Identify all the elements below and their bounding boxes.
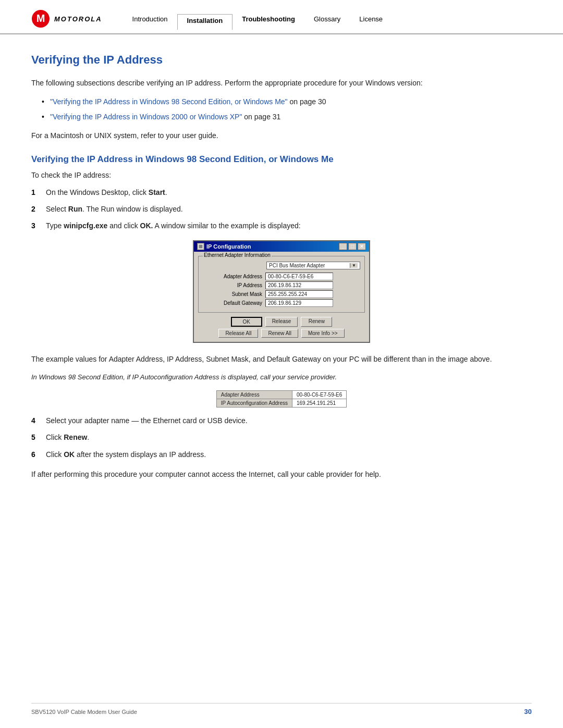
ip-config-window: IP Configuration _ □ ✕ Ethernet Adapter … xyxy=(193,240,370,343)
motorola-logo: M MOTOROLA xyxy=(31,9,102,28)
small-table-label-1: Adapter Address xyxy=(216,390,292,399)
adapter-group: Ethernet Adapter Information PCI Bus Mas… xyxy=(198,256,365,313)
window-buttons-row1: OK Release Renew xyxy=(198,317,365,327)
steps-continued-list: 4 Select your adapter name — the Etherne… xyxy=(31,415,532,460)
adapter-dropdown-row: PCI Bus Master Adapter ▼ xyxy=(203,262,360,269)
step3-bold2: OK. xyxy=(140,221,153,230)
subnet-mask-label: Subnet Mask xyxy=(203,291,265,297)
ok-button[interactable]: OK xyxy=(231,317,262,327)
subsection-title: Verifying the IP Address in Windows 98 S… xyxy=(31,154,532,165)
nav-item-glossary[interactable]: Glossary xyxy=(304,13,350,25)
adapter-address-label: Adapter Address xyxy=(203,274,265,279)
step-2: 2 Select Run. The Run window is displaye… xyxy=(31,203,532,215)
link-win98[interactable]: "Verifying the IP Address in Windows 98 … xyxy=(50,97,288,106)
step-text-6: Click OK after the system displays an IP… xyxy=(46,449,532,460)
minimize-button[interactable]: _ xyxy=(339,243,347,250)
nav-item-license[interactable]: License xyxy=(350,13,392,25)
step2-bold: Run xyxy=(68,205,82,213)
bullet-item-1: "Verifying the IP Address in Windows 98 … xyxy=(42,96,532,107)
step-num-4: 4 xyxy=(31,415,46,426)
step-text-1: On the Windows Desktop, click Start. xyxy=(46,187,532,198)
adapter-address-row: Adapter Address 00-80-C6-E7-59-E6 xyxy=(203,273,360,280)
step1-prefix: On the Windows Desktop, click xyxy=(46,188,149,196)
page-header: M MOTOROLA Introduction Installation Tro… xyxy=(0,0,563,34)
nav-item-introduction[interactable]: Introduction xyxy=(123,13,177,25)
release-button[interactable]: Release xyxy=(265,317,298,327)
page-number: 30 xyxy=(524,708,532,715)
ip-address-row: IP Address 206.19.86.132 xyxy=(203,281,360,289)
restore-button[interactable]: □ xyxy=(348,243,357,250)
small-table-label-2: IP Autoconfiguration Address xyxy=(216,399,292,407)
final-note: If after performing this procedure your … xyxy=(31,468,532,480)
step-4: 4 Select your adapter name — the Etherne… xyxy=(31,415,532,426)
guide-name: SBV5120 VoIP Cable Modem User Guide xyxy=(31,709,137,715)
close-button[interactable]: ✕ xyxy=(358,243,366,250)
step3-prefix: Type xyxy=(46,221,64,230)
logo-area: M MOTOROLA xyxy=(31,9,102,28)
step-6: 6 Click OK after the system displays an … xyxy=(31,449,532,460)
window-controls[interactable]: _ □ ✕ xyxy=(339,243,366,250)
step3-end: A window similar to the example is displ… xyxy=(153,221,300,230)
window-buttons-row2: Release All Renew All More Info >> xyxy=(198,329,365,338)
window-body: Ethernet Adapter Information PCI Bus Mas… xyxy=(194,252,369,342)
step-text-3: Type winipcfg.exe and click OK. A window… xyxy=(46,220,532,231)
dropdown-value: PCI Bus Master Adapter xyxy=(269,263,325,268)
step-num-5: 5 xyxy=(31,431,46,443)
table-row-2: IP Autoconfiguration Address 169.254.191… xyxy=(216,399,347,407)
bullet-suffix-2: on page 31 xyxy=(242,113,280,121)
step-num-2: 2 xyxy=(31,203,46,215)
ip-address-label: IP Address xyxy=(203,282,265,288)
adapter-dropdown[interactable]: PCI Bus Master Adapter ▼ xyxy=(266,262,360,269)
intro-paragraph: The following subsections describe verif… xyxy=(31,77,532,89)
example-note: The example values for Adapter Address, … xyxy=(31,353,532,365)
renew-all-button[interactable]: Renew All xyxy=(261,329,298,338)
page-title: Verifying the IP Address xyxy=(31,53,532,67)
small-table-container: Adapter Address 00-80-C6-E7-59-E6 IP Aut… xyxy=(31,390,532,408)
bullet-suffix-1: on page 30 xyxy=(288,97,326,106)
step-num-1: 1 xyxy=(31,187,46,198)
main-content: Verifying the IP Address The following s… xyxy=(0,34,563,519)
adapter-address-value: 00-80-C6-E7-59-E6 xyxy=(265,273,333,280)
titlebar-left: IP Configuration xyxy=(197,243,251,250)
group-label: Ethernet Adapter Information xyxy=(203,252,272,258)
window-icon xyxy=(197,243,204,250)
default-gateway-value: 206.19.86.129 xyxy=(265,299,333,307)
motorola-text: MOTOROLA xyxy=(54,15,102,23)
dropdown-arrow-icon[interactable]: ▼ xyxy=(350,263,358,268)
step-intro: To check the IP address: xyxy=(31,171,532,179)
table-row-1: Adapter Address 00-80-C6-E7-59-E6 xyxy=(216,390,347,399)
step-text-5: Click Renew. xyxy=(46,431,532,443)
step2-suffix: . The Run window is displayed. xyxy=(82,205,183,213)
step-1: 1 On the Windows Desktop, click Start. xyxy=(31,187,532,198)
bullet-list: "Verifying the IP Address in Windows 98 … xyxy=(42,96,532,122)
default-gateway-row: Default Gateway 206.19.86.129 xyxy=(203,299,360,307)
window-titlebar: IP Configuration _ □ ✕ xyxy=(194,241,369,252)
nav-item-troubleshooting[interactable]: Troubleshooting xyxy=(232,13,304,25)
release-all-button[interactable]: Release All xyxy=(218,329,258,338)
small-table-value-1: 00-80-C6-E7-59-E6 xyxy=(292,390,346,399)
step-3: 3 Type winipcfg.exe and click OK. A wind… xyxy=(31,220,532,231)
step1-suffix: . xyxy=(165,188,167,196)
svg-text:M: M xyxy=(36,13,45,24)
window-container: IP Configuration _ □ ✕ Ethernet Adapter … xyxy=(31,240,532,343)
autocfg-table: Adapter Address 00-80-C6-E7-59-E6 IP Aut… xyxy=(216,390,347,408)
step5-bold: Renew xyxy=(64,433,87,441)
nav-item-installation[interactable]: Installation xyxy=(177,14,233,30)
step3-bold1: winipcfg.exe xyxy=(64,221,107,230)
main-nav: Introduction Installation Troubleshootin… xyxy=(123,13,532,25)
small-table-value-2: 169.254.191.251 xyxy=(292,399,346,407)
subnet-mask-row: Subnet Mask 255.255.255.224 xyxy=(203,290,360,298)
step5-suffix: . xyxy=(87,433,89,441)
link-win2000[interactable]: "Verifying the IP Address in Windows 200… xyxy=(50,113,242,121)
more-info-button[interactable]: More Info >> xyxy=(301,329,345,338)
window-title: IP Configuration xyxy=(206,243,251,250)
step3-mid: and click xyxy=(107,221,140,230)
bullet-item-2: "Verifying the IP Address in Windows 200… xyxy=(42,111,532,122)
step-num-3: 3 xyxy=(31,220,46,231)
svg-rect-2 xyxy=(199,244,203,249)
renew-button[interactable]: Renew xyxy=(301,317,332,327)
step-text-4: Select your adapter name — the Ethernet … xyxy=(46,415,532,426)
subnet-mask-value: 255.255.255.224 xyxy=(265,290,333,298)
mac-note: For a Macintosh or UNIX system, refer to… xyxy=(31,130,532,141)
step6-prefix: Click xyxy=(46,450,64,459)
